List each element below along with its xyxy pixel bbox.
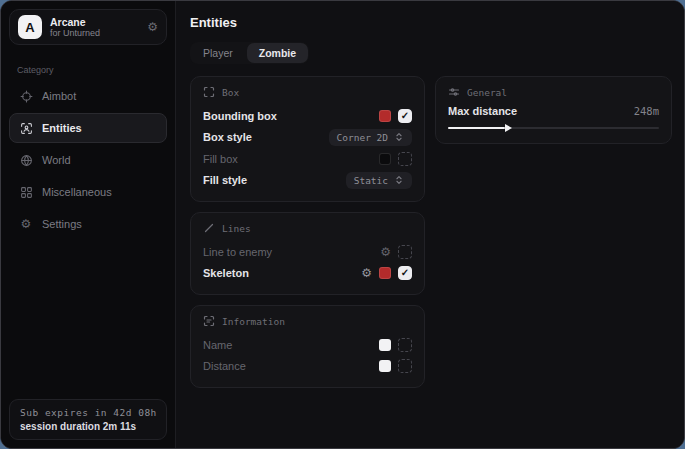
box-card: Box Bounding box ✓ Box style: [190, 76, 425, 202]
globe-icon: [19, 153, 33, 167]
fill-style-dropdown[interactable]: Static: [346, 172, 412, 189]
checkbox[interactable]: ✓: [398, 152, 412, 166]
setting-row-bounding-box: Bounding box ✓: [203, 105, 412, 127]
right-column: General Max distance 248m: [435, 76, 672, 144]
card-title: Information: [222, 316, 285, 327]
color-swatch[interactable]: [379, 360, 391, 372]
lines-card-header: Lines: [203, 222, 412, 234]
crosshair-icon: [19, 89, 33, 103]
card-title: Lines: [222, 223, 251, 234]
color-swatch[interactable]: [379, 153, 391, 165]
app-subtitle: for Unturned: [50, 28, 100, 38]
max-distance-slider[interactable]: [448, 123, 659, 133]
brand-card: A Arcane for Unturned ⚙: [9, 9, 167, 45]
chevrons-up-down-icon: [394, 132, 404, 142]
app-name: Arcane: [50, 16, 100, 28]
max-distance-value: 248m: [634, 105, 659, 117]
color-swatch[interactable]: [379, 267, 391, 279]
sidebar-item-label: Settings: [42, 218, 82, 230]
sliders-icon: [448, 86, 460, 98]
left-column: Box Bounding box ✓ Box style: [190, 76, 425, 388]
setting-label: Box style: [203, 131, 252, 143]
category-label: Category: [17, 65, 159, 75]
setting-row-skeleton: Skeleton ⚙ ✓: [203, 263, 412, 285]
setting-label: Distance: [203, 360, 246, 372]
sidebar-item-label: World: [42, 154, 71, 166]
card-title: General: [467, 87, 507, 98]
page-title: Entities: [190, 15, 672, 30]
sidebar-item-label: Aimbot: [42, 90, 76, 102]
setting-row-fill-box: Fill box ✓: [203, 148, 412, 170]
chevrons-up-down-icon: [394, 175, 404, 185]
slider-thumb[interactable]: [505, 124, 512, 132]
sidebar-item-label: Entities: [42, 122, 82, 134]
app-window: A Arcane for Unturned ⚙ Category Aimbot: [0, 0, 685, 449]
check-icon: ✓: [401, 268, 409, 278]
slider-fill: [448, 127, 505, 129]
card-title: Box: [222, 87, 239, 98]
scan-icon: [203, 86, 215, 98]
setting-row-line-to-enemy: Line to enemy ⚙ ✓: [203, 241, 412, 263]
information-card: Information Name ✓ Distance: [190, 305, 425, 388]
subscription-info-box: Sub expires in 42d 08h session duration …: [9, 399, 167, 440]
dropdown-value: Static: [354, 175, 388, 186]
main-panel: Entities Player Zombie Box Bou: [176, 1, 684, 448]
tab-player[interactable]: Player: [191, 43, 245, 63]
dropdown-value: Corner 2D: [337, 132, 388, 143]
setting-label: Fill style: [203, 174, 247, 186]
gear-icon[interactable]: ⚙: [380, 246, 391, 258]
sub-expires-text: Sub expires in 42d 08h: [20, 407, 156, 418]
scan-person-icon: [19, 121, 33, 135]
sidebar-nav: Aimbot Entities: [1, 81, 175, 239]
setting-label: Fill box: [203, 153, 238, 165]
box-style-dropdown[interactable]: Corner 2D: [329, 129, 412, 146]
color-swatch[interactable]: [379, 339, 391, 351]
entity-tabs: Player Zombie: [190, 42, 309, 64]
checkbox[interactable]: ✓: [398, 266, 412, 280]
color-swatch[interactable]: [379, 110, 391, 122]
session-duration-text: session duration 2m 11s: [20, 421, 156, 432]
app-logo: A: [18, 15, 42, 39]
sidebar-item-label: Miscellaneous: [42, 186, 112, 198]
checkbox[interactable]: ✓: [398, 245, 412, 259]
box-card-header: Box: [203, 86, 412, 98]
setting-label: Bounding box: [203, 110, 277, 122]
setting-label: Name: [203, 339, 232, 351]
gear-icon[interactable]: ⚙: [361, 267, 372, 279]
checkbox[interactable]: ✓: [398, 109, 412, 123]
checkbox[interactable]: ✓: [398, 359, 412, 373]
lines-card: Lines Line to enemy ⚙ ✓ Skeleton: [190, 212, 425, 295]
max-distance-row: Max distance 248m: [448, 105, 659, 117]
sidebar-item-settings[interactable]: ⚙ Settings: [9, 209, 167, 239]
diagonal-line-icon: [203, 222, 215, 234]
scan-text-icon: [203, 315, 215, 327]
setting-row-name: Name ✓: [203, 334, 412, 356]
grid-icon: [19, 185, 33, 199]
gear-icon: ⚙: [19, 217, 33, 231]
setting-row-distance: Distance ✓: [203, 356, 412, 378]
sidebar-item-entities[interactable]: Entities: [9, 113, 167, 143]
setting-row-fill-style: Fill style Static: [203, 170, 412, 192]
checkbox[interactable]: ✓: [398, 338, 412, 352]
general-card: General Max distance 248m: [435, 76, 672, 144]
setting-row-box-style: Box style Corner 2D: [203, 127, 412, 149]
sidebar-item-aimbot[interactable]: Aimbot: [9, 81, 167, 111]
check-icon: ✓: [401, 111, 409, 121]
sidebar-item-world[interactable]: World: [9, 145, 167, 175]
setting-label: Line to enemy: [203, 246, 272, 258]
settings-content: Box Bounding box ✓ Box style: [190, 76, 672, 388]
information-card-header: Information: [203, 315, 412, 327]
setting-label: Skeleton: [203, 267, 249, 279]
general-card-header: General: [448, 86, 659, 98]
brand-text: Arcane for Unturned: [50, 16, 100, 38]
sidebar: A Arcane for Unturned ⚙ Category Aimbot: [1, 1, 176, 448]
sidebar-item-miscellaneous[interactable]: Miscellaneous: [9, 177, 167, 207]
setting-label: Max distance: [448, 105, 517, 117]
gear-icon[interactable]: ⚙: [147, 21, 158, 33]
tab-zombie[interactable]: Zombie: [247, 43, 308, 63]
